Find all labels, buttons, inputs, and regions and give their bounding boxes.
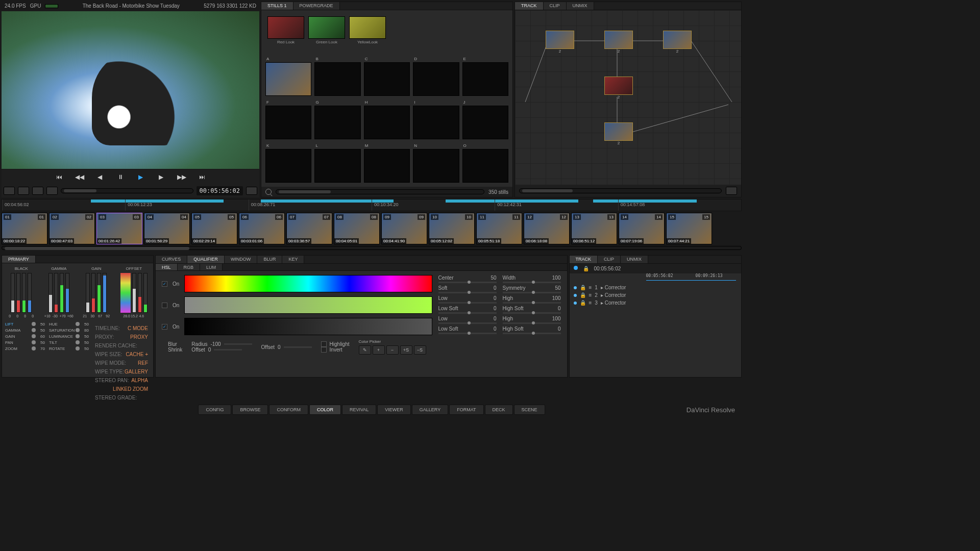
clip-11[interactable]: 111100:05:51:18 <box>476 213 522 244</box>
saturation-gradient[interactable] <box>184 296 432 314</box>
bar-slider[interactable] <box>22 273 26 313</box>
step-back-button[interactable]: ◀ <box>96 173 104 181</box>
nav-config[interactable]: CONFIG <box>198 405 231 415</box>
clip-03[interactable]: 030300:01:26:42 <box>96 213 142 244</box>
nav-gallery[interactable]: GALLERY <box>412 405 448 415</box>
tab-primary[interactable]: PRIMARY <box>2 256 36 263</box>
still-yellowlook[interactable]: YellowLook <box>349 16 386 45</box>
viewer-mode-button-4[interactable] <box>46 187 58 195</box>
param-center[interactable]: Center50 <box>438 275 497 283</box>
nav-color[interactable]: COLOR <box>309 405 341 415</box>
clip-09[interactable]: 090900:04:41:90 <box>381 213 427 244</box>
sat-enable-checkbox[interactable] <box>162 303 167 308</box>
slider-gain[interactable]: GAIN60 <box>5 334 45 339</box>
viewer-image[interactable] <box>2 11 259 169</box>
picker-button[interactable]: − <box>386 345 399 355</box>
node-zoom-button[interactable] <box>726 187 737 195</box>
subtab-lum[interactable]: LUM <box>200 264 223 270</box>
tab-powergrade[interactable]: POWERGRADE <box>293 2 340 10</box>
timeline-ruler[interactable]: 00:04:56:0200:06:12:2300:08:26:7100:10:3… <box>2 199 742 211</box>
shrink-offset-slider[interactable] <box>214 349 242 350</box>
node[interactable]: 2 <box>604 122 633 145</box>
invert-checkbox[interactable] <box>321 347 327 353</box>
source-slot-n[interactable]: N <box>413 142 459 183</box>
bar-slider[interactable] <box>54 273 58 313</box>
bar-slider[interactable] <box>16 273 20 313</box>
hue-gradient[interactable] <box>184 275 432 292</box>
bar-slider[interactable] <box>97 273 101 313</box>
slider-gamma[interactable]: GAMMA50 <box>5 328 45 333</box>
kf-tab-unmix[interactable]: UNMIX <box>621 256 648 263</box>
subtab-hsl[interactable]: HSL <box>156 264 178 270</box>
slider-zoom[interactable]: ZOOM70 <box>5 346 45 351</box>
subtab-rgb[interactable]: RGB <box>178 264 201 270</box>
param-low[interactable]: Low0 <box>438 295 497 304</box>
tab-curves[interactable]: CURVES <box>156 256 187 263</box>
slider-lift[interactable]: LIFT50 <box>5 322 45 327</box>
picker-button[interactable]: +S <box>400 345 412 355</box>
param-soft[interactable]: Soft0 <box>438 285 497 293</box>
highlight-checkbox[interactable] <box>321 341 327 347</box>
clip-01[interactable]: 010100:00:18:22 <box>2 213 47 244</box>
slider-rotate[interactable]: ROTATE50 <box>49 346 89 351</box>
nav-deck[interactable]: DECK <box>485 405 513 415</box>
tab-key[interactable]: KEY <box>282 256 304 263</box>
first-frame-button[interactable]: ⏮ <box>55 173 63 181</box>
tab-qualifier[interactable]: QUALIFIER <box>187 256 225 263</box>
kf-tab-clip[interactable]: CLIP <box>598 256 621 263</box>
node-tab-track[interactable]: TRACK <box>515 2 544 10</box>
jog-slider[interactable] <box>61 188 193 193</box>
nav-viewer[interactable]: VIEWER <box>377 405 411 415</box>
stills-scrollbar[interactable] <box>276 189 484 194</box>
bar-slider[interactable] <box>60 273 64 313</box>
nav-revival[interactable]: REVIVAL <box>342 405 376 415</box>
node-graph[interactable]: 22222 <box>515 10 741 185</box>
fast-forward-button[interactable]: ▶▶ <box>178 173 186 181</box>
source-slot-b[interactable]: B <box>314 56 360 96</box>
node[interactable]: 2 <box>546 31 574 54</box>
nav-browse[interactable]: BROWSE <box>232 405 268 415</box>
bar-slider[interactable] <box>65 273 69 313</box>
luminance-gradient[interactable] <box>184 318 432 335</box>
bar-slider[interactable] <box>11 273 15 313</box>
source-slot-a[interactable]: A <box>265 56 311 96</box>
picker-button[interactable]: ✎ <box>359 345 371 355</box>
still-green-look[interactable]: Green Look <box>308 16 345 45</box>
step-forward-button[interactable]: ▶ <box>157 173 165 181</box>
clip-02[interactable]: 020200:00:47:03 <box>49 213 95 244</box>
hue-enable-checkbox[interactable]: ✓ <box>162 281 167 287</box>
bar-slider[interactable] <box>48 273 53 313</box>
slider-saturation[interactable]: SATURATION80 <box>49 328 89 333</box>
param-high-soft[interactable]: High Soft0 <box>503 306 561 314</box>
source-slot-l[interactable]: L <box>314 142 360 183</box>
tab-window[interactable]: WINDOW <box>225 256 258 263</box>
keyframe-ruler[interactable]: 00:05:56:02 00:09:26:13 <box>646 273 737 281</box>
node-tab-clip[interactable]: CLIP <box>544 2 567 10</box>
clip-14[interactable]: 141400:07:19:06 <box>619 213 665 244</box>
source-slot-m[interactable]: M <box>364 142 410 183</box>
play-button[interactable]: ▶ <box>137 173 145 181</box>
viewer-mode-button-2[interactable] <box>18 187 29 195</box>
offset-strip[interactable] <box>120 273 131 313</box>
slider-tilt[interactable]: TILT50 <box>49 340 89 345</box>
source-slot-o[interactable]: O <box>462 142 508 183</box>
viewer-mode-button-3[interactable] <box>32 187 43 195</box>
blur-offset-slider[interactable] <box>284 346 312 348</box>
slider-hue[interactable]: HUE50 <box>49 322 89 327</box>
bar-slider[interactable] <box>138 273 142 313</box>
viewer-mode-button-1[interactable] <box>4 187 15 195</box>
tab-blur[interactable]: BLUR <box>257 256 282 263</box>
bar-slider[interactable] <box>103 273 107 313</box>
slider-pan[interactable]: PAN50 <box>5 340 45 345</box>
rewind-button[interactable]: ◀◀ <box>76 173 84 181</box>
keyframe-track-2[interactable]: 🔒≡2▸ Corrector <box>574 291 738 299</box>
nav-conform[interactable]: CONFORM <box>269 405 308 415</box>
node-scrollbar[interactable] <box>519 188 722 193</box>
node-tab-unmix[interactable]: UNMIX <box>567 2 594 10</box>
clip-15[interactable]: 151500:07:44:21 <box>666 213 712 244</box>
source-slot-c[interactable]: C <box>364 56 410 96</box>
kf-tab-track[interactable]: TRACK <box>570 256 598 263</box>
source-slot-k[interactable]: K <box>265 142 311 183</box>
tab-stills-1[interactable]: STILLS 1 <box>261 2 293 10</box>
picker-button[interactable]: −S <box>414 345 426 355</box>
